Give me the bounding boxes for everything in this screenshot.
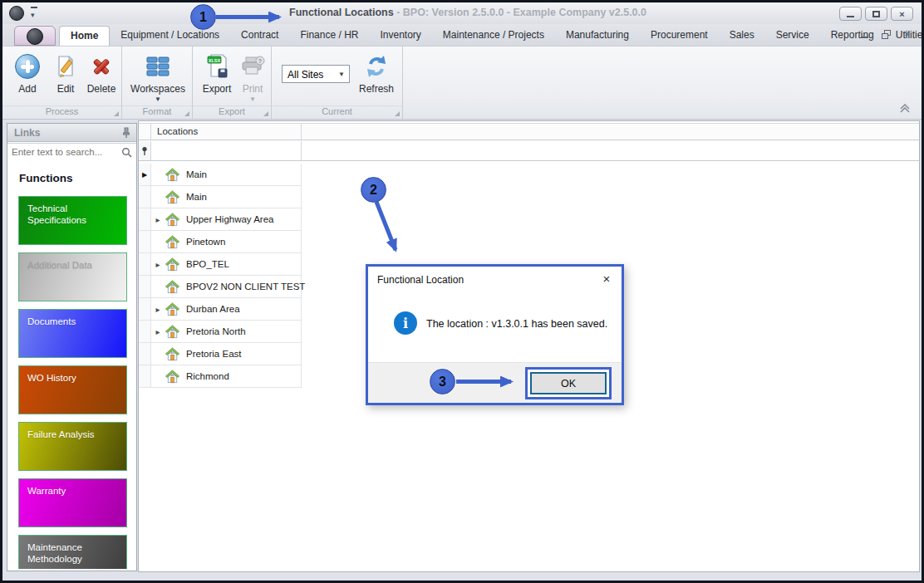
location-house-icon bbox=[165, 324, 183, 340]
function-buttons: Technical Specifications Additional Data… bbox=[18, 196, 127, 569]
table-row[interactable]: ▶ ▸Main bbox=[139, 164, 919, 186]
application-menu-button[interactable] bbox=[14, 26, 56, 46]
edit-icon bbox=[53, 54, 78, 79]
collapse-ribbon-icon[interactable] bbox=[898, 104, 912, 114]
expand-icon[interactable]: ▸ bbox=[151, 327, 165, 336]
dialog-launcher-icon[interactable] bbox=[184, 111, 189, 116]
ribbon: Add Edit Delete Process bbox=[2, 46, 922, 120]
mdi-close-button[interactable]: × bbox=[904, 29, 910, 39]
function-button-maintenance-methodology[interactable]: Maintenance Methodology bbox=[18, 535, 127, 569]
pin-icon[interactable] bbox=[121, 127, 131, 139]
close-button[interactable]: × bbox=[891, 7, 913, 21]
tab-service[interactable]: Service bbox=[765, 26, 820, 46]
mdi-minimize-button[interactable] bbox=[861, 30, 868, 38]
dialog-close-button[interactable]: × bbox=[599, 272, 614, 286]
quick-access-caret-icon[interactable]: ▾ bbox=[31, 7, 37, 21]
mdi-minimize-icon bbox=[861, 37, 868, 38]
function-button-wo-history[interactable]: WO History bbox=[18, 365, 127, 414]
dialog-launcher-icon[interactable] bbox=[395, 111, 400, 116]
close-icon: × bbox=[899, 9, 904, 19]
location-label: Pretoria East bbox=[183, 349, 241, 359]
links-panel: Links Functions Technical Specifications… bbox=[7, 123, 137, 571]
function-button-failure-analysis[interactable]: Failure Analysis bbox=[18, 422, 127, 471]
combo-dropdown-icon[interactable]: ▼ bbox=[335, 66, 348, 81]
delete-label: Delete bbox=[80, 84, 123, 95]
table-row[interactable]: ▸Pinetown bbox=[139, 231, 919, 253]
table-row[interactable]: ▸Main bbox=[139, 186, 919, 208]
function-button-technical-specifications[interactable]: Technical Specifications bbox=[18, 196, 127, 245]
tab-maintenance-projects[interactable]: Maintenance / Projects bbox=[432, 26, 555, 46]
dialog-title: Functional Location bbox=[368, 267, 622, 292]
function-button-warranty[interactable]: Warranty bbox=[18, 478, 127, 527]
add-button[interactable]: Add bbox=[6, 51, 49, 95]
add-icon bbox=[15, 54, 40, 79]
mdi-restore-button[interactable] bbox=[882, 30, 891, 39]
tab-sales[interactable]: Sales bbox=[719, 26, 765, 46]
search-icon[interactable] bbox=[121, 147, 132, 158]
expand-icon[interactable]: ▸ bbox=[151, 215, 165, 224]
location-house-icon bbox=[165, 369, 183, 385]
tab-contract[interactable]: Contract bbox=[230, 26, 289, 46]
expand-icon[interactable]: ▸ bbox=[151, 260, 165, 269]
expand-icon[interactable]: ▸ bbox=[151, 305, 165, 314]
search-input[interactable] bbox=[7, 145, 136, 160]
maximize-button[interactable] bbox=[865, 7, 887, 21]
export-xlsx-icon: XLSX bbox=[204, 53, 229, 80]
location-label: Richmond bbox=[183, 371, 229, 381]
ok-button[interactable]: OK bbox=[530, 372, 607, 394]
site-filter-combobox[interactable]: All Sites ▼ bbox=[282, 65, 350, 83]
row-indicator bbox=[139, 321, 151, 343]
workspaces-label: Workspaces bbox=[129, 84, 187, 95]
location-house-icon bbox=[165, 167, 183, 183]
ok-button-highlight: OK bbox=[525, 367, 612, 399]
tab-inventory[interactable]: Inventory bbox=[369, 26, 431, 46]
tab-home[interactable]: Home bbox=[59, 26, 110, 46]
row-indicator bbox=[139, 276, 151, 298]
ribbon-group-export: XLSX Export ? Print bbox=[193, 47, 272, 119]
ribbon-group-process: Add Edit Delete Process bbox=[2, 47, 122, 119]
add-label: Add bbox=[6, 84, 49, 95]
function-button-additional-data[interactable]: Additional Data bbox=[18, 252, 127, 301]
window-title-primary: Functional Locations bbox=[289, 7, 394, 18]
column-header-locations[interactable]: Locations bbox=[151, 124, 302, 140]
mdi-close-icon: × bbox=[904, 28, 910, 40]
row-indicator bbox=[139, 298, 151, 321]
app-logo-icon bbox=[9, 6, 24, 21]
location-house-icon bbox=[165, 234, 183, 250]
filter-cell-locations[interactable] bbox=[151, 141, 302, 160]
callout-1: 1 bbox=[190, 4, 216, 30]
location-label: Durban Area bbox=[183, 304, 240, 314]
title-bar: ▾ Functional Locations - BPO: Version 2.… bbox=[2, 2, 922, 24]
column-header-empty bbox=[302, 124, 919, 140]
location-house-icon bbox=[165, 189, 183, 205]
workspaces-button[interactable]: Workspaces ▼ bbox=[129, 51, 187, 103]
table-row[interactable]: ▸Upper Highway Area bbox=[139, 208, 919, 231]
dialog-launcher-icon[interactable] bbox=[263, 111, 268, 116]
tab-equipment-locations[interactable]: Equipment / Locations bbox=[110, 26, 230, 46]
tab-procurement[interactable]: Procurement bbox=[640, 26, 719, 46]
function-button-documents[interactable]: Documents bbox=[18, 309, 127, 358]
ribbon-group-format: Workspaces ▼ Format bbox=[122, 47, 193, 119]
dialog-body: i The location : v1.3.0.1 has been saved… bbox=[368, 292, 622, 362]
print-label: Print bbox=[231, 84, 274, 95]
minimize-icon bbox=[847, 16, 854, 17]
ribbon-group-current: All Sites ▼ Refresh Current bbox=[272, 47, 403, 119]
application-window: ▾ Functional Locations - BPO: Version 2.… bbox=[0, 0, 924, 583]
refresh-icon bbox=[363, 53, 390, 80]
grid-filter-row[interactable] bbox=[139, 141, 919, 161]
location-house-icon bbox=[165, 212, 183, 228]
workspaces-dropdown-icon: ▼ bbox=[129, 96, 187, 103]
delete-button[interactable]: Delete bbox=[80, 51, 123, 95]
callout-2-arrow bbox=[371, 200, 410, 263]
print-icon: ? bbox=[239, 55, 266, 78]
print-button: ? Print ▼ bbox=[231, 51, 274, 103]
refresh-button[interactable]: Refresh bbox=[355, 51, 398, 95]
close-icon: × bbox=[603, 272, 611, 286]
minimize-button[interactable] bbox=[839, 7, 862, 21]
tab-finance-hr[interactable]: Finance / HR bbox=[289, 26, 369, 46]
dialog-launcher-icon[interactable] bbox=[114, 111, 119, 116]
row-indicator bbox=[139, 343, 151, 365]
tab-manufacturing[interactable]: Manufacturing bbox=[555, 26, 640, 46]
focused-row-arrow-icon: ▶ bbox=[142, 171, 147, 179]
delete-icon bbox=[90, 55, 113, 78]
